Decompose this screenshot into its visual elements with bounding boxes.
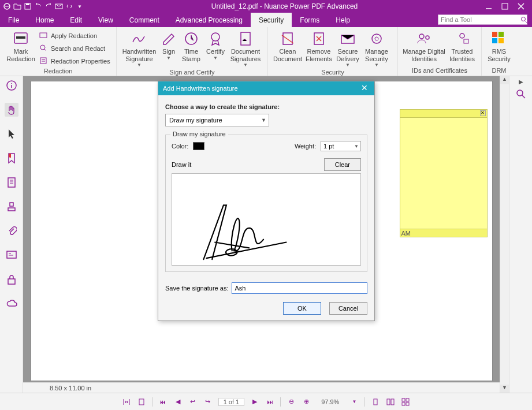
minimize-icon[interactable] xyxy=(485,2,493,10)
redaction-props-button[interactable]: Redaction Properties xyxy=(38,56,111,66)
sign-icon xyxy=(161,31,177,47)
open-icon[interactable] xyxy=(13,2,22,11)
svg-rect-34 xyxy=(387,399,390,405)
last-page-icon[interactable]: ⏭ xyxy=(265,397,274,407)
note-close-icon[interactable]: ✕ xyxy=(480,110,486,116)
save-as-input[interactable] xyxy=(232,282,367,294)
rms-security-button[interactable]: RMS Security xyxy=(485,29,513,62)
form-icon[interactable] xyxy=(5,248,18,262)
menu-forms[interactable]: Forms xyxy=(292,13,328,27)
remove-elements-button[interactable]: Remove Elements xyxy=(304,29,334,62)
save-icon[interactable] xyxy=(23,2,32,11)
panel-collapse-icon[interactable]: ▶ xyxy=(519,79,523,85)
menu-comment[interactable]: Comment xyxy=(121,13,168,27)
menu-help[interactable]: Help xyxy=(328,13,358,27)
zoom-dropdown-icon[interactable]: ▼ xyxy=(349,397,359,407)
find-tool-input[interactable] xyxy=(441,16,520,23)
first-page-icon[interactable]: ⏮ xyxy=(158,397,168,407)
find-tool[interactable] xyxy=(438,14,527,25)
zoom-level[interactable]: 97.9% xyxy=(317,398,344,405)
handwritten-signature-button[interactable]: Handwritten Signature▼ xyxy=(120,29,158,68)
page-icon[interactable] xyxy=(5,176,18,189)
sticky-note[interactable]: ✕ AM xyxy=(400,109,488,237)
mark-redaction-button[interactable]: Mark Redaction xyxy=(3,29,38,62)
search-panel-icon[interactable] xyxy=(515,88,527,100)
right-panel: ▶ xyxy=(509,76,532,393)
dialog-close-icon[interactable]: ✕ xyxy=(359,83,370,94)
docsig-icon xyxy=(237,31,254,47)
color-swatch[interactable] xyxy=(193,142,204,150)
stamp-icon[interactable] xyxy=(5,200,18,214)
next-page-icon[interactable]: ▶ xyxy=(250,397,259,407)
manage-security-button[interactable]: Manage Security▼ xyxy=(362,29,392,68)
qat-dropdown-icon[interactable]: ▼ xyxy=(75,2,84,11)
menu-view[interactable]: View xyxy=(90,13,121,27)
menu-edit[interactable]: Edit xyxy=(62,13,90,27)
prev-page-icon[interactable]: ◀ xyxy=(173,397,183,407)
attachment-icon[interactable] xyxy=(5,224,18,238)
pointer-icon[interactable] xyxy=(5,127,18,141)
cloud-icon[interactable] xyxy=(5,297,18,311)
layout2-icon[interactable] xyxy=(386,397,395,407)
note-header[interactable]: ✕ xyxy=(400,110,487,118)
scroll-up-icon[interactable]: ▲ xyxy=(500,76,509,84)
gear-icon xyxy=(369,31,385,47)
svg-rect-32 xyxy=(139,399,144,405)
scroll-down-icon[interactable]: ▼ xyxy=(500,385,509,393)
chevron-down-icon: ▼ xyxy=(166,55,171,61)
search-redact-button[interactable]: Search and Redact xyxy=(38,43,111,54)
signature-canvas[interactable] xyxy=(172,173,361,266)
trusted-ids-button[interactable]: Trusted Identities xyxy=(447,29,478,62)
layout1-icon[interactable] xyxy=(371,397,380,407)
menu-file[interactable]: File xyxy=(0,13,27,27)
redaction-icon xyxy=(13,31,29,47)
back-icon[interactable]: ↩ xyxy=(188,397,198,407)
certify-button[interactable]: Certify▼ xyxy=(203,29,228,61)
vertical-scrollbar[interactable]: ▲ ▼ xyxy=(500,76,509,393)
page-dimensions: 8.50 x 11.00 in xyxy=(23,382,500,393)
group-title: IDs and Certificates xyxy=(398,66,481,76)
left-panel xyxy=(0,76,23,393)
link-icon[interactable] xyxy=(65,2,74,11)
lock-icon[interactable] xyxy=(5,273,18,286)
zoom-out-icon[interactable]: ⊖ xyxy=(287,397,296,407)
mail-icon[interactable] xyxy=(54,2,64,11)
fit-page-icon[interactable] xyxy=(137,397,146,407)
hand-icon[interactable] xyxy=(5,103,18,117)
clean-doc-button[interactable]: Clean Document xyxy=(271,29,304,62)
sign-button[interactable]: Sign▼ xyxy=(158,29,179,61)
page-indicator[interactable]: 1 of 1 xyxy=(218,398,245,406)
chevron-down-icon: ▼ xyxy=(213,55,218,61)
maximize-icon[interactable] xyxy=(501,2,509,10)
svg-point-9 xyxy=(40,45,45,50)
apply-redaction-button[interactable]: Apply Redaction xyxy=(38,31,111,41)
layout3-icon[interactable] xyxy=(401,397,410,407)
bookmark-icon[interactable] xyxy=(5,151,18,165)
zoom-in-icon[interactable]: ⊕ xyxy=(302,397,311,407)
undo-icon[interactable] xyxy=(34,2,43,11)
manage-digital-ids-button[interactable]: Manage Digital Identities xyxy=(401,29,447,62)
method-select[interactable]: Draw my signature ▼ xyxy=(165,114,269,126)
cancel-button[interactable]: Cancel xyxy=(329,302,367,315)
weight-select[interactable]: 1 pt ▼ xyxy=(321,141,361,151)
secure-delivery-button[interactable]: Secure Delivery▼ xyxy=(334,29,362,68)
menu-security[interactable]: Security xyxy=(251,13,292,27)
timestamp-button[interactable]: Time Stamp xyxy=(179,29,203,62)
forward-icon[interactable]: ↪ xyxy=(203,397,213,407)
svg-rect-37 xyxy=(406,398,409,401)
search-icon[interactable] xyxy=(520,16,527,23)
info-icon[interactable] xyxy=(5,79,18,92)
menu-advanced[interactable]: Advanced Processing xyxy=(168,13,251,27)
menu-home[interactable]: Home xyxy=(27,13,62,27)
redo-icon[interactable] xyxy=(44,2,53,11)
dialog-header[interactable]: Add Handwritten signature ✕ xyxy=(158,81,374,95)
ok-button[interactable]: OK xyxy=(283,302,321,315)
svg-rect-25 xyxy=(492,38,497,43)
svg-rect-38 xyxy=(402,402,405,405)
clear-button[interactable]: Clear xyxy=(324,158,361,171)
add-signature-dialog: Add Handwritten signature ✕ Choose a way… xyxy=(158,81,375,321)
fit-width-icon[interactable] xyxy=(122,397,131,407)
close-icon[interactable] xyxy=(517,2,525,10)
svg-rect-39 xyxy=(406,402,409,405)
doc-signatures-button[interactable]: Document Signatures▼ xyxy=(228,29,263,68)
